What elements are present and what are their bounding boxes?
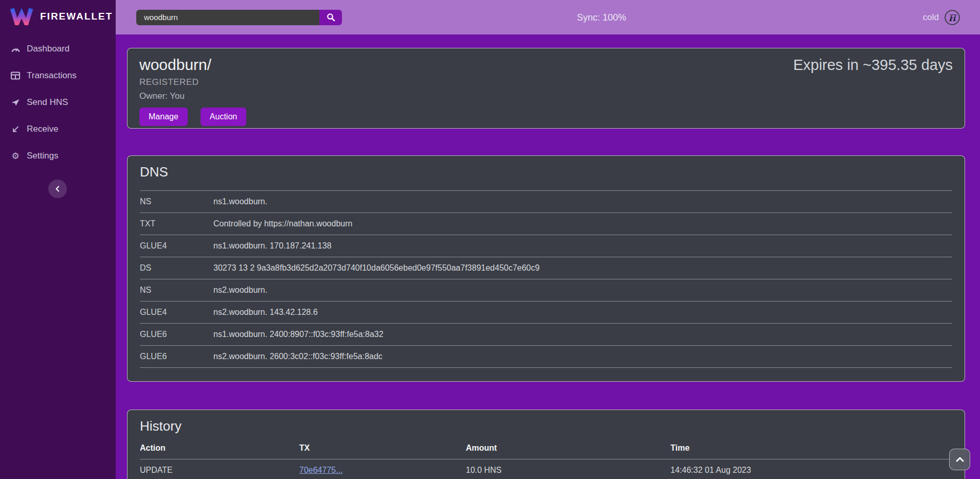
dns-record-type: NS: [140, 279, 213, 301]
history-row: UPDATE 70e64775... 10.0 HNS 14:46:32 01 …: [140, 459, 952, 479]
sidebar-item-label: Dashboard: [27, 44, 69, 54]
domain-actions: Manage Auction: [139, 108, 953, 126]
history-section-title: History: [140, 418, 952, 434]
sidebar-collapse-button[interactable]: [48, 180, 67, 198]
dns-record-type: GLUE6: [140, 324, 213, 346]
history-col-amount: Amount: [466, 440, 670, 459]
dns-record-value: ns1.woodburn.: [213, 191, 952, 213]
svg-text:H: H: [949, 12, 957, 23]
dns-record-value: ns1.woodburn. 2400:8907::f03c:93ff:fe5a:…: [213, 324, 952, 346]
wallet-name: cold: [923, 12, 939, 23]
main-content: woodburn/ REGISTERED Owner: You Manage A…: [116, 34, 980, 479]
brand-name: FIREWALLET: [40, 11, 113, 22]
history-col-action: Action: [140, 440, 299, 459]
topbar: Sync: 100% cold H: [116, 0, 980, 34]
domain-owner-label: Owner: You: [139, 91, 953, 101]
sidebar-item-label: Settings: [27, 151, 58, 161]
sidebar-item-settings[interactable]: ⚙ Settings: [0, 143, 116, 169]
history-card: History Action TX Amount Time UPDATE 70e…: [127, 410, 965, 479]
expires-label: Expires in ~395.35 days: [793, 57, 953, 74]
manage-button[interactable]: Manage: [139, 108, 188, 126]
search-icon: [326, 13, 335, 22]
dns-record-value: 30273 13 2 9a3a8fb3d625d2a2073d740f10da6…: [213, 257, 952, 279]
sidebar-item-receive[interactable]: Receive: [0, 116, 116, 143]
sidebar-item-transactions[interactable]: Transactions: [0, 62, 116, 89]
dns-record-type: NS: [140, 191, 213, 213]
gear-icon: ⚙: [10, 152, 21, 161]
dns-record-row: TXT Controlled by https://nathan.woodbur…: [140, 213, 952, 235]
sidebar-item-label: Receive: [27, 124, 58, 134]
sidebar-nav: Dashboard Transactions Send HNS Receive …: [0, 36, 116, 169]
wallet-selector[interactable]: cold H: [923, 10, 960, 25]
dns-record-row: DS 30273 13 2 9a3a8fb3d625d2a2073d740f10…: [140, 257, 952, 279]
history-amount: 10.0 HNS: [466, 459, 670, 479]
search-bar: [136, 10, 342, 25]
dns-record-type: GLUE4: [140, 235, 213, 257]
sync-status: Sync: 100%: [577, 12, 626, 23]
receive-arrow-icon: [10, 126, 21, 133]
dns-record-type: DS: [140, 257, 213, 279]
sidebar-item-send-hns[interactable]: Send HNS: [0, 89, 116, 116]
dns-record-row: GLUE4 ns1.woodburn. 170.187.241.138: [140, 235, 952, 257]
dns-record-type: GLUE4: [140, 301, 213, 324]
history-header-row: Action TX Amount Time: [140, 440, 952, 459]
history-time: 14:46:32 01 Aug 2023: [670, 459, 952, 479]
dns-record-row: GLUE6 ns1.woodburn. 2400:8907::f03c:93ff…: [140, 324, 952, 346]
scroll-to-top-button[interactable]: [949, 449, 970, 470]
send-paper-plane-icon: [10, 98, 21, 107]
history-col-time: Time: [670, 440, 952, 459]
domain-card: woodburn/ REGISTERED Owner: You Manage A…: [127, 48, 965, 129]
dns-record-type: TXT: [140, 213, 213, 235]
history-table: Action TX Amount Time UPDATE 70e64775...…: [140, 440, 952, 479]
brand-header: FIREWALLET: [0, 0, 116, 32]
dns-record-value: Controlled by https://nathan.woodburn: [213, 213, 952, 235]
dns-record-row: GLUE4 ns2.woodburn. 143.42.128.6: [140, 301, 952, 324]
content-column: Sync: 100% cold H woodburn/ REGISTERED O…: [116, 0, 980, 479]
sidebar-item-label: Transactions: [27, 70, 77, 81]
dns-record-type: GLUE6: [140, 346, 213, 368]
dns-section-title: DNS: [140, 164, 952, 180]
search-button[interactable]: [319, 10, 342, 25]
dashboard-gauge-icon: [10, 45, 21, 54]
domain-status-badge: REGISTERED: [139, 77, 953, 87]
sidebar: FIREWALLET Dashboard Transactions Send H…: [0, 0, 116, 479]
dns-record-row: NS ns1.woodburn.: [140, 191, 952, 213]
dns-records-table: NS ns1.woodburn. TXT Controlled by https…: [140, 190, 952, 368]
search-input[interactable]: [136, 10, 319, 25]
dns-card: DNS NS ns1.woodburn. TXT Controlled by h…: [127, 155, 965, 382]
auction-button[interactable]: Auction: [201, 108, 246, 126]
dns-record-row: NS ns2.woodburn.: [140, 279, 952, 301]
chevron-left-icon: [53, 185, 62, 193]
history-action: UPDATE: [140, 459, 299, 479]
dns-record-value: ns2.woodburn. 143.42.128.6: [213, 301, 952, 324]
dns-record-row: GLUE6 ns2.woodburn. 2600:3c02::f03c:93ff…: [140, 346, 952, 368]
firewallet-logo-icon: [10, 7, 33, 25]
transactions-table-icon: [10, 72, 21, 80]
dns-record-value: ns1.woodburn. 170.187.241.138: [213, 235, 952, 257]
sidebar-item-dashboard[interactable]: Dashboard: [0, 36, 116, 62]
dns-record-value: ns2.woodburn.: [213, 279, 952, 301]
sidebar-item-label: Send HNS: [27, 97, 68, 108]
history-col-tx: TX: [299, 440, 466, 459]
tx-link[interactable]: 70e64775...: [299, 466, 343, 474]
handshake-logo-icon[interactable]: H: [945, 10, 960, 25]
dns-record-value: ns2.woodburn. 2600:3c02::f03c:93ff:fe5a:…: [213, 346, 952, 368]
chevron-up-icon: [955, 456, 965, 463]
